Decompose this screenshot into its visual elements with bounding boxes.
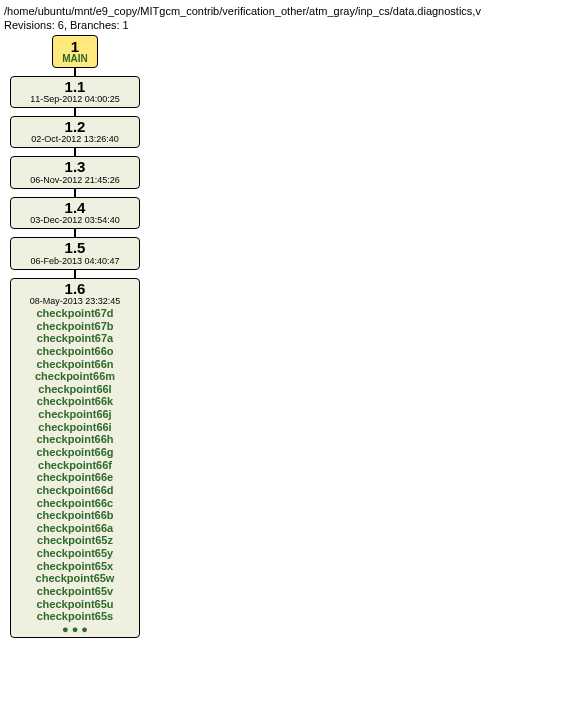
revision-date: 02-Oct-2012 13:26:40 [15,135,135,145]
tag: checkpoint65y [37,547,113,560]
revision-node: 1.111-Sep-2012 04:00:25 [10,76,140,108]
tag: checkpoint66l [38,383,111,396]
branch-label: MAIN [57,54,93,65]
edge [74,270,76,278]
tag-list: checkpoint67dcheckpoint67bcheckpoint67ac… [15,307,135,635]
tag: checkpoint65u [36,598,113,611]
tag: checkpoint67d [36,307,113,320]
tag: checkpoint65z [37,534,113,547]
tag: checkpoint65v [37,585,113,598]
tag: checkpoint66m [35,370,115,383]
tag: checkpoint66e [37,471,113,484]
tag: checkpoint66n [36,358,113,371]
tag: checkpoint66j [38,408,111,421]
revision-number: 1.4 [15,200,135,217]
tag: checkpoint66c [37,497,113,510]
tag: checkpoint66i [38,421,111,434]
revision-date: 03-Dec-2012 03:54:40 [15,216,135,226]
edge [74,229,76,237]
revision-node: 1.403-Dec-2012 03:54:40 [10,197,140,229]
revision-number: 1.5 [15,240,135,257]
tag: checkpoint66d [36,484,113,497]
edge [74,148,76,156]
header: /home/ubuntu/mnt/e9_copy/MITgcm_contrib/… [4,4,578,33]
tag: checkpoint66h [36,433,113,446]
revision-node-head: 1.608-May-2013 23:32:45checkpoint67dchec… [10,278,140,639]
tag: checkpoint65s [37,610,113,623]
revision-date: 11-Sep-2012 04:00:25 [15,95,135,105]
tag: checkpoint65w [36,572,115,585]
revision-node: 1.506-Feb-2013 04:40:47 [10,237,140,269]
revision-number: 1.6 [15,281,135,298]
tag: checkpoint66k [37,395,113,408]
tag: checkpoint66b [36,509,113,522]
edge [74,189,76,197]
tag: checkpoint65x [37,560,113,573]
revision-node: 1.202-Oct-2012 13:26:40 [10,116,140,148]
revision-number: 1.1 [15,79,135,96]
revision-node: 1.306-Nov-2012 21:45:26 [10,156,140,188]
file-path: /home/ubuntu/mnt/e9_copy/MITgcm_contrib/… [4,4,578,18]
tag: checkpoint66f [38,459,112,472]
edge [74,68,76,76]
tag: checkpoint67a [37,332,113,345]
revision-graph: 1MAIN1.111-Sep-2012 04:00:251.202-Oct-20… [8,35,578,638]
revision-date: 06-Feb-2013 04:40:47 [15,257,135,267]
tag: checkpoint66o [36,345,113,358]
tag: checkpoint66a [37,522,113,535]
tag: checkpoint67b [36,320,113,333]
edge [74,108,76,116]
tag: checkpoint66g [36,446,113,459]
ellipsis-icon: ● ● ● [62,623,88,635]
revision-date: 06-Nov-2012 21:45:26 [15,176,135,186]
revision-number: 1.3 [15,159,135,176]
summary-line: Revisions: 6, Branches: 1 [4,18,578,32]
branch-number: 1 [57,38,93,54]
branch-node-main: 1MAIN [52,35,98,68]
revision-date: 08-May-2013 23:32:45 [15,297,135,307]
revision-number: 1.2 [15,119,135,136]
